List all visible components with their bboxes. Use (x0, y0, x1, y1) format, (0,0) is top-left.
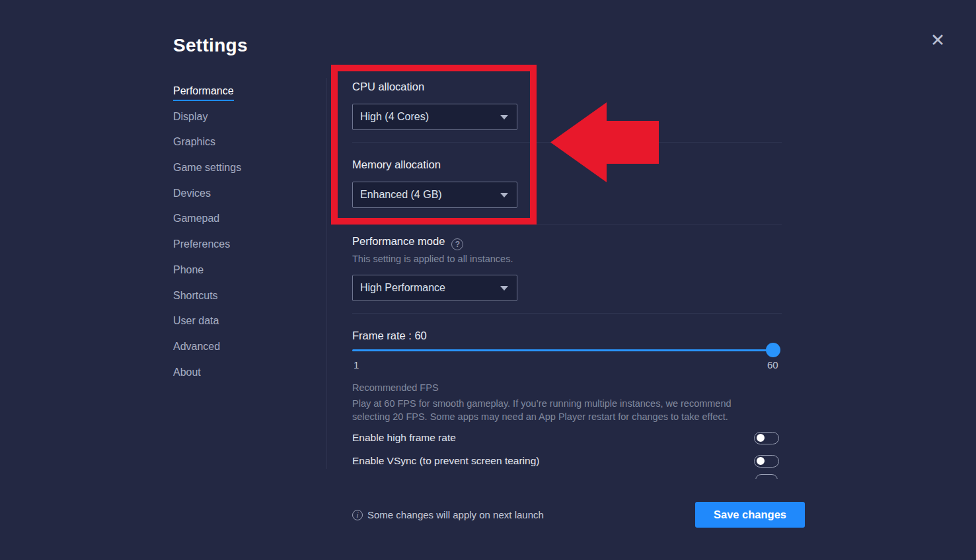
performance-mode-dropdown[interactable]: High Performance (352, 275, 517, 301)
frame-rate-slider-track[interactable] (352, 349, 773, 351)
section-divider (352, 224, 782, 225)
page-title: Settings (173, 35, 248, 56)
save-changes-button[interactable]: Save changes (695, 502, 805, 528)
section-divider (352, 142, 782, 143)
memory-allocation-label: Memory allocation (352, 158, 441, 171)
performance-mode-subtitle: This setting is applied to all instances… (352, 254, 513, 264)
chevron-down-icon (500, 286, 508, 291)
sidebar-item-user-data[interactable]: User data (173, 315, 305, 341)
vsync-toggle[interactable] (754, 455, 779, 468)
recommended-fps-body: Play at 60 FPS for smooth gameplay. If y… (352, 398, 770, 423)
settings-sidebar: Performance Display Graphics Game settin… (173, 85, 305, 392)
sidebar-item-advanced[interactable]: Advanced (173, 341, 305, 367)
sidebar-item-label: Performance (173, 85, 234, 101)
memory-allocation-dropdown[interactable]: Enhanced (4 GB) (352, 182, 517, 208)
section-divider (352, 313, 782, 314)
high-frame-rate-toggle[interactable] (754, 432, 779, 444)
sidebar-item-label: Shortcuts (173, 290, 218, 301)
sidebar-item-label: Display (173, 111, 207, 122)
close-icon[interactable]: ✕ (926, 29, 949, 52)
footer-note: i Some changes will apply on next launch (352, 509, 544, 520)
sidebar-item-label: User data (173, 315, 219, 326)
sidebar-item-label: Gamepad (173, 213, 219, 224)
sidebar-item-label: Preferences (173, 238, 230, 250)
sidebar-item-about[interactable]: About (173, 367, 305, 392)
performance-mode-row: Performance mode? (352, 235, 463, 250)
footer-note-text: Some changes will apply on next launch (367, 509, 544, 520)
sidebar-item-display[interactable]: Display (173, 111, 305, 137)
cpu-allocation-dropdown[interactable]: High (4 Cores) (352, 104, 517, 130)
sidebar-item-gamepad[interactable]: Gamepad (173, 213, 305, 238)
sidebar-divider (326, 78, 327, 469)
memory-allocation-value: Enhanced (4 GB) (360, 189, 442, 201)
sidebar-item-label: Phone (173, 264, 204, 275)
performance-mode-value: High Performance (360, 282, 445, 294)
sidebar-item-preferences[interactable]: Preferences (173, 238, 305, 264)
high-frame-rate-label: Enable high frame rate (352, 432, 456, 444)
toggle-knob (757, 434, 765, 442)
sidebar-item-phone[interactable]: Phone (173, 264, 305, 290)
frame-rate-label: Frame rate : 60 (352, 330, 427, 342)
frame-rate-min-label: 1 (354, 359, 359, 370)
chevron-down-icon (500, 115, 508, 120)
sidebar-item-label: About (173, 367, 201, 378)
cpu-allocation-value: High (4 Cores) (360, 111, 429, 123)
sidebar-item-label: Game settings (173, 162, 241, 173)
help-icon[interactable]: ? (451, 238, 463, 250)
vsync-label: Enable VSync (to prevent screen tearing) (352, 455, 539, 467)
frame-rate-max-label: 60 (767, 359, 778, 370)
sidebar-item-label: Graphics (173, 136, 215, 147)
sidebar-item-shortcuts[interactable]: Shortcuts (173, 290, 305, 316)
sidebar-item-graphics[interactable]: Graphics (173, 136, 305, 162)
recommended-fps-title: Recommended FPS (352, 382, 439, 393)
sidebar-item-performance[interactable]: Performance (173, 85, 305, 111)
sidebar-item-label: Devices (173, 188, 211, 199)
sidebar-item-devices[interactable]: Devices (173, 188, 305, 213)
cpu-allocation-label: CPU allocation (352, 81, 424, 93)
sidebar-item-label: Advanced (173, 341, 220, 352)
frame-rate-slider-knob[interactable] (766, 343, 780, 357)
info-icon: i (352, 510, 363, 520)
chevron-down-icon (500, 193, 508, 197)
partial-toggle[interactable] (755, 474, 778, 479)
toggle-knob (757, 457, 765, 465)
sidebar-item-game-settings[interactable]: Game settings (173, 162, 305, 188)
performance-mode-label: Performance mode (352, 235, 445, 247)
